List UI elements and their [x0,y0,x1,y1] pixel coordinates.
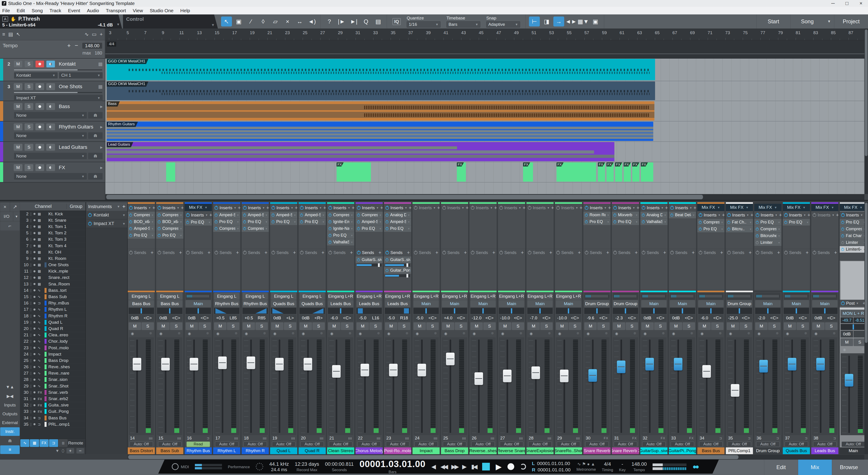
channel-name[interactable]: Impact [49,352,61,357]
channel-name[interactable]: Quad R [49,326,63,331]
solo-button[interactable]: S [455,322,467,330]
power-icon[interactable] [841,241,844,244]
channel-name[interactable]: Kick..mple [49,269,68,274]
volume-value[interactable]: 0dB [271,315,283,321]
param-display[interactable]: A ✋ P.Thresh 5 - Limiter6-x64 -4.1 dB ▼ [0,14,122,29]
strip-name[interactable]: Reverse..shes [469,447,497,454]
power-icon[interactable] [642,213,645,216]
power-icon[interactable] [329,234,332,237]
fader-handle[interactable] [133,358,141,370]
stereo-icon[interactable]: ◉ [843,348,846,352]
channel-active-dot[interactable] [33,315,35,317]
pan-control[interactable] [214,308,239,314]
strip-name[interactable]: Bass Bus [698,447,724,454]
solo-button[interactable]: S [683,322,695,330]
power-icon[interactable] [727,228,730,231]
detach-icon[interactable]: ↗ [10,203,20,211]
channel-name[interactable]: Bass Bus [49,416,66,420]
strip-quad-r[interactable]: Inserts▼+Amped-Ste..▼Pro EQ▼Sends+Eingan… [299,202,326,454]
output-bus-select[interactable]: Rhythm Bus [214,300,239,307]
pan-value[interactable]: <C> [797,315,809,321]
channel-row[interactable]: 17∿Rhythm L [20,306,86,313]
inserts-header[interactable]: Inserts▼+ [583,204,611,211]
mute-button[interactable]: M [727,322,739,330]
input-monitor-icon[interactable]: ⌾ [833,331,835,335]
channel-name[interactable]: Rhythm R [49,314,67,319]
strip-name[interactable]: Clean Stereo [327,447,354,454]
strip-name[interactable]: Bass Distort [128,447,155,454]
group-icon[interactable]: ⋒ [88,132,103,139]
instrument-item-impact-xt[interactable]: Impact XT▼ [86,219,127,228]
input-select[interactable]: Eingang L [214,293,239,300]
track-name[interactable]: Lead Guitars [59,144,87,150]
channel-active-dot[interactable] [33,398,35,400]
mute-button[interactable]: M [385,322,397,330]
power-icon[interactable] [585,220,588,223]
channel-active-dot[interactable] [33,340,35,343]
power-icon[interactable] [414,251,417,255]
stereo-icon[interactable]: ◉ [330,331,333,336]
pan-value[interactable]: <C> [711,315,723,321]
power-icon[interactable] [158,213,161,216]
strip-name[interactable]: Drum Group [754,447,781,454]
pan-control[interactable] [698,308,723,314]
inserts-header[interactable]: Inserts▼+ [669,204,696,211]
group-icon[interactable]: ⋒ [88,173,103,180]
sends-header[interactable]: Sends+ [185,249,212,256]
mute-button[interactable]: M [442,322,454,330]
close-button[interactable]: × [854,0,868,7]
volume-value[interactable]: 0dB [300,315,312,321]
nav-start-button[interactable]: Start [756,14,790,29]
volume-value[interactable]: -12.0 [470,315,483,321]
video-icon[interactable]: ▣ [590,17,601,27]
record-arm-button[interactable] [35,123,44,130]
insert-slot[interactable]: Pro EQ▼ [156,232,183,239]
fader-handle[interactable] [218,356,227,369]
insert-slot[interactable]: Compressor▼ [840,226,867,232]
automation-mode-button[interactable]: Auto: Off [727,442,751,447]
stereo-icon[interactable]: ◉ [416,331,419,336]
stereo-icon[interactable]: ◉ [530,331,533,336]
power-icon[interactable] [357,251,361,255]
mute-button[interactable]: M [670,322,682,330]
strip-name[interactable]: Snare Reverb [583,447,611,454]
channel-active-dot[interactable] [33,411,35,413]
mute-button[interactable]: M [527,322,540,330]
strip-name[interactable]: Post-Ro..molo [384,447,411,454]
automation-mode-button[interactable]: Auto: Off [414,442,438,447]
insert-slot[interactable]: BOD_x64▼ [128,218,155,225]
power-icon[interactable] [813,213,816,217]
monitor-button[interactable] [46,103,55,110]
menu-help[interactable]: Help [180,8,190,13]
stereo-icon[interactable]: ◉ [729,331,732,336]
pan-value[interactable]: <C> [540,315,553,321]
sends-header[interactable]: Sends+ [726,249,753,256]
record-arm-button[interactable] [35,83,44,90]
insert-slot[interactable]: Amped-Ste..▼ [384,218,411,225]
power-icon[interactable] [556,206,560,210]
automation-mode-button[interactable]: Auto: Off [671,442,694,447]
input-monitor-icon[interactable]: ⌾ [206,331,209,335]
power-icon[interactable] [756,234,759,237]
power-icon[interactable] [670,206,674,210]
monitor-button[interactable] [46,144,55,151]
fader-handle[interactable] [674,358,682,370]
input-select[interactable]: Eingang L [157,293,182,300]
channel-row[interactable]: 19∿Quad L [20,319,86,326]
solo-button[interactable]: S [398,322,410,330]
pan-control[interactable] [157,308,182,314]
strip-name[interactable]: GuitarPi..Pong [669,447,696,454]
track-header-bass[interactable]: MSBass▸None▼⋒ [0,101,105,121]
channel-active-dot[interactable] [33,245,35,247]
power-icon[interactable] [88,213,92,217]
send-level-slider[interactable] [385,274,410,277]
performance-meter[interactable] [195,464,222,469]
pan-control[interactable] [784,308,809,314]
paint-tool[interactable]: ▱ [270,17,281,27]
input-select[interactable]: Eingang L+R [499,293,524,300]
quantize-select[interactable]: Quantize 1/16▼ [407,16,440,28]
input-select[interactable]: Eingang L+R [385,293,410,300]
output-bus-select[interactable]: Rhythm Bus [243,300,268,307]
volume-value[interactable]: -5.0 [356,315,369,321]
power-icon[interactable] [614,213,616,216]
